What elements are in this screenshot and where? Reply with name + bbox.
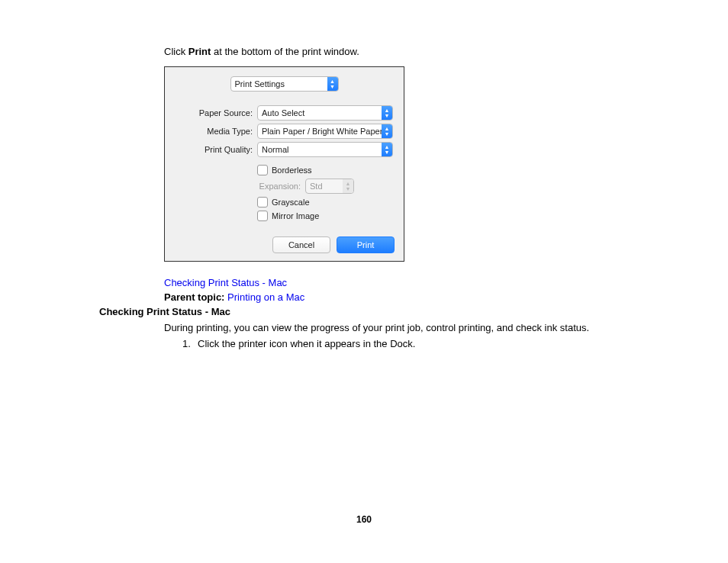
expansion-value: Std <box>306 182 343 191</box>
checking-status-link[interactable]: Checking Print Status - Mac <box>164 277 287 288</box>
grayscale-checkbox[interactable] <box>257 197 268 208</box>
section-heading: Checking Print Status - Mac <box>0 306 728 317</box>
chevron-updown-icon: ▲▼ <box>343 179 353 193</box>
print-dialog: Print Settings ▲▼ Paper Source: Auto Sel… <box>164 66 404 262</box>
paper-source-select[interactable]: Auto Select ▲▼ <box>257 105 393 121</box>
intro-pre: Click <box>164 46 188 57</box>
media-type-label: Media Type: <box>165 127 257 136</box>
chevron-updown-icon: ▲▼ <box>382 143 392 156</box>
mirror-label: Mirror Image <box>272 211 319 220</box>
expansion-label: Expansion: <box>165 182 305 191</box>
print-quality-value: Normal <box>258 145 382 154</box>
parent-topic-label: Parent topic: <box>164 291 227 303</box>
chevron-updown-icon: ▲▼ <box>327 77 338 91</box>
expansion-select: Std ▲▼ <box>305 179 354 194</box>
print-quality-select[interactable]: Normal ▲▼ <box>257 142 393 157</box>
print-button[interactable]: Print <box>337 236 395 253</box>
paper-source-label: Paper Source: <box>165 108 257 117</box>
step-1: 1.Click the printer icon when it appears… <box>182 338 659 349</box>
parent-topic-link[interactable]: Printing on a Mac <box>227 291 304 303</box>
section-body: During printing, you can view the progre… <box>164 322 659 333</box>
grayscale-label: Grayscale <box>272 198 310 207</box>
borderless-checkbox[interactable] <box>257 165 268 175</box>
chevron-updown-icon: ▲▼ <box>382 124 392 138</box>
chevron-updown-icon: ▲▼ <box>382 106 392 120</box>
mirror-checkbox[interactable] <box>257 211 268 221</box>
intro-post: at the bottom of the print window. <box>211 46 359 57</box>
media-type-value: Plain Paper / Bright White Paper <box>258 127 382 136</box>
intro-line: Click Print at the bottom of the print w… <box>164 46 659 57</box>
print-quality-label: Print Quality: <box>165 145 257 154</box>
settings-tab-value: Print Settings <box>231 79 327 88</box>
intro-bold: Print <box>188 46 211 57</box>
settings-tab-select[interactable]: Print Settings ▲▼ <box>230 76 339 92</box>
media-type-select[interactable]: Plain Paper / Bright White Paper ▲▼ <box>257 124 393 139</box>
borderless-label: Borderless <box>272 166 312 175</box>
step-1-number: 1. <box>182 338 198 349</box>
page-number: 160 <box>0 514 728 525</box>
step-1-text: Click the printer icon when it appears i… <box>198 338 415 349</box>
paper-source-value: Auto Select <box>258 108 382 117</box>
cancel-button[interactable]: Cancel <box>272 236 330 253</box>
